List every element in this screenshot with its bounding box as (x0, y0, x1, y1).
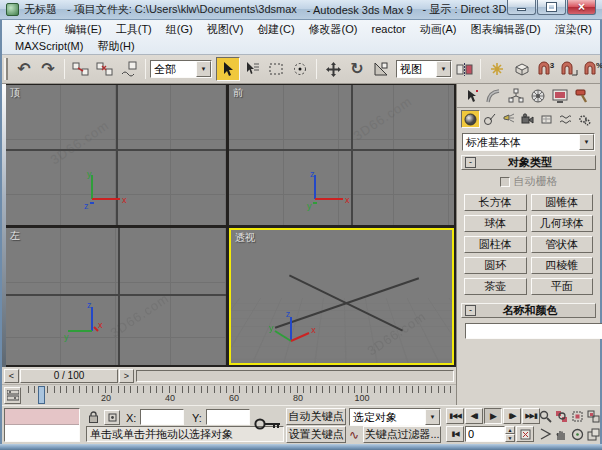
toolbar-grip[interactable] (4, 58, 8, 80)
selection-set-dropdown[interactable]: 选定对象 ▼ (349, 408, 441, 426)
viewport-front-label[interactable]: 前 (233, 86, 243, 100)
viewport-front[interactable]: 前 3D66.com z x y (229, 85, 454, 225)
zoom-all-button[interactable] (554, 408, 569, 424)
menu-file[interactable]: 文件(F) (8, 21, 58, 38)
reference-coordinate-dropdown[interactable]: 视图 ▼ (396, 60, 452, 78)
zoom-button[interactable] (538, 408, 553, 424)
chevron-down-icon[interactable]: ▼ (436, 61, 451, 77)
tab-hierarchy[interactable] (505, 86, 527, 106)
menu-views[interactable]: 视图(V) (200, 21, 251, 38)
chevron-down-icon[interactable]: ▼ (196, 61, 211, 77)
minimize-button[interactable] (507, 0, 536, 15)
torus-button[interactable]: 圆环 (464, 257, 527, 274)
menu-animation[interactable]: 动画(A) (413, 21, 464, 38)
zoom-extents-all-button[interactable] (586, 408, 601, 424)
rectangular-selection-region-button[interactable] (264, 57, 288, 81)
spinner-down-icon[interactable]: ▼ (505, 434, 515, 442)
tab-modify[interactable] (483, 86, 505, 106)
tab-utilities[interactable] (571, 86, 593, 106)
zoom-extents-button[interactable] (570, 408, 585, 424)
current-frame-input[interactable] (465, 426, 505, 442)
play-button[interactable]: ▶ (484, 408, 502, 424)
cone-button[interactable]: 圆锥体 (531, 194, 594, 211)
box-button[interactable]: 长方体 (464, 194, 527, 211)
category-cameras[interactable] (518, 110, 537, 128)
track-bar[interactable]: 0 20 40 60 80 100 (2, 384, 456, 405)
select-by-name-button[interactable] (240, 57, 264, 81)
redo-button[interactable]: ↷ (36, 57, 60, 81)
tab-display[interactable] (549, 86, 571, 106)
listener-script-row[interactable] (5, 425, 79, 441)
circular-selection-region-button[interactable] (288, 57, 312, 81)
category-shapes[interactable] (480, 110, 499, 128)
category-systems[interactable] (575, 110, 594, 128)
time-slider-prev-button[interactable]: < (4, 369, 19, 383)
viewport-left-label[interactable]: 左 (10, 229, 20, 243)
mirror-button[interactable] (452, 57, 476, 81)
close-button[interactable]: × (567, 0, 596, 15)
category-helpers[interactable] (537, 110, 556, 128)
collapse-icon[interactable]: - (465, 157, 476, 168)
x-coord-input[interactable] (140, 409, 184, 425)
select-object-button[interactable] (216, 57, 240, 81)
titlebar[interactable]: 无标题 - 项目文件夹: C:\Users\klw\Documents\3dsm… (0, 0, 602, 20)
spinner-up-icon[interactable]: ▲ (505, 426, 515, 434)
selection-filter-dropdown[interactable]: 全部 ▼ (150, 60, 212, 78)
time-slider-track[interactable] (136, 370, 454, 382)
key-mode-toggle-button[interactable]: ▮◀ (446, 426, 464, 442)
y-coord-input[interactable] (206, 409, 250, 425)
select-and-manipulate-button[interactable] (485, 57, 509, 81)
category-lights[interactable] (499, 110, 518, 128)
teapot-button[interactable]: 茶壶 (464, 278, 527, 295)
maximize-viewport-toggle-button[interactable] (586, 426, 601, 442)
undo-button[interactable]: ↶ (12, 57, 36, 81)
pyramid-button[interactable]: 四棱锥 (531, 257, 594, 274)
geosphere-button[interactable]: 几何球体 (531, 215, 594, 232)
chevron-down-icon[interactable]: ▼ (579, 134, 594, 150)
listener-macro-row[interactable] (5, 409, 79, 425)
menu-graph-editors[interactable]: 图表编辑器(D) (463, 21, 547, 38)
select-and-move-button[interactable] (321, 57, 345, 81)
menu-help[interactable]: 帮助(H) (90, 38, 141, 55)
menu-reactor[interactable]: reactor (365, 22, 413, 36)
bind-to-space-warp-button[interactable] (117, 57, 141, 81)
menu-tools[interactable]: 工具(T) (109, 21, 159, 38)
percent-snap-toggle-button[interactable]: % (581, 57, 602, 81)
next-frame-button[interactable]: ▮▶ (503, 408, 521, 424)
field-of-view-button[interactable] (538, 426, 553, 442)
absolute-offset-toggle[interactable] (104, 410, 120, 425)
key-curve-icon[interactable]: ∿ (349, 428, 359, 442)
sphere-button[interactable]: 球体 (464, 215, 527, 232)
angle-snap-toggle-button[interactable] (557, 57, 581, 81)
viewport-left[interactable]: 左 3D66.com z y x (6, 228, 226, 365)
maximize-button[interactable] (537, 0, 566, 15)
menu-modifiers[interactable]: 修改器(O) (302, 21, 365, 38)
tube-button[interactable]: 管状体 (531, 236, 594, 253)
menu-group[interactable]: 组(G) (159, 21, 200, 38)
select-and-scale-button[interactable] (369, 57, 393, 81)
menu-maxscript[interactable]: MAXScript(M) (8, 39, 90, 53)
collapse-icon[interactable]: - (465, 305, 476, 316)
menu-rendering[interactable]: 渲染(R) (548, 21, 599, 38)
object-name-input[interactable] (465, 323, 602, 339)
menu-create[interactable]: 创建(C) (250, 21, 301, 38)
open-mini-curve-editor-button[interactable] (4, 387, 21, 404)
viewport-perspective[interactable]: 透视 3D66.com z y x (229, 228, 454, 365)
time-configuration-button[interactable] (516, 426, 534, 442)
keyboard-shortcut-override-key-icon[interactable] (254, 416, 282, 432)
previous-frame-button[interactable]: ◀▮ (465, 408, 483, 424)
time-slider-handle[interactable]: 0 / 100 (20, 369, 118, 383)
plane-button[interactable]: 平面 (531, 278, 594, 295)
autogrid-checkbox[interactable] (500, 177, 510, 187)
tab-motion[interactable] (527, 86, 549, 106)
object-category-dropdown[interactable]: 标准基本体 ▼ (462, 133, 595, 151)
select-and-link-button[interactable] (69, 57, 93, 81)
key-filters-button[interactable]: 关键点过滤器... (363, 426, 441, 443)
viewport-perspective-label[interactable]: 透视 (235, 231, 255, 245)
time-slider-next-button[interactable]: > (119, 369, 134, 383)
tab-create[interactable] (461, 86, 483, 106)
maxscript-mini-listener[interactable] (4, 408, 80, 442)
unlink-button[interactable] (93, 57, 117, 81)
menu-edit[interactable]: 编辑(E) (58, 21, 109, 38)
set-key-button[interactable]: 设置关键点 (286, 426, 346, 443)
